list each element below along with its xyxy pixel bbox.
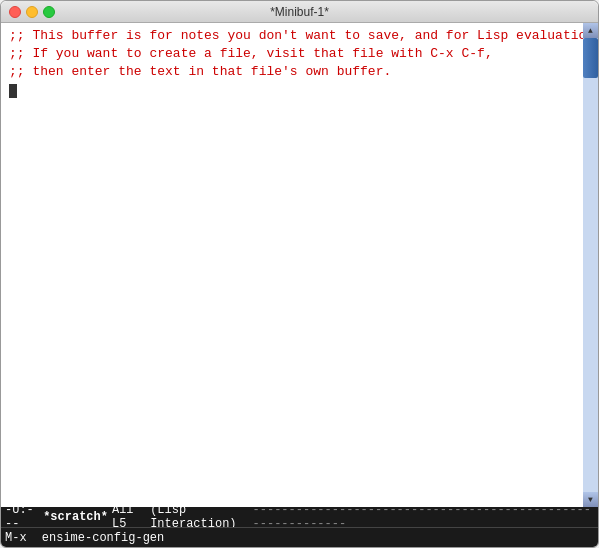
list-item: ;; then enter the text in that file's ow… bbox=[9, 63, 575, 81]
minibuffer[interactable]: M-x ensime-config-gen bbox=[1, 527, 598, 547]
title-bar: *Minibuf-1* bbox=[1, 1, 598, 23]
scroll-up-button[interactable]: ▲ bbox=[583, 23, 598, 38]
cursor-line bbox=[9, 82, 575, 98]
editor-content[interactable]: ;; This buffer is for notes you don't wa… bbox=[1, 23, 583, 507]
list-item: ;; If you want to create a file, visit t… bbox=[9, 45, 575, 63]
maximize-button[interactable] bbox=[43, 6, 55, 18]
minibuffer-space bbox=[31, 531, 38, 545]
list-item: ;; This buffer is for notes you don't wa… bbox=[9, 27, 575, 45]
main-area: ;; This buffer is for notes you don't wa… bbox=[1, 23, 598, 507]
scrollbar-track[interactable] bbox=[583, 38, 598, 492]
minibuffer-content: ensime-config-gen bbox=[42, 531, 164, 545]
cursor bbox=[9, 84, 17, 98]
minimize-button[interactable] bbox=[26, 6, 38, 18]
status-buffer-name: *scratch* bbox=[43, 510, 108, 524]
minibuffer-prompt: M-x bbox=[5, 531, 27, 545]
main-window: *Minibuf-1* ;; This buffer is for notes … bbox=[0, 0, 599, 548]
window-title: *Minibuf-1* bbox=[270, 5, 329, 19]
scrollbar-thumb[interactable] bbox=[583, 38, 598, 78]
scrollbar: ▲ ▼ bbox=[583, 23, 598, 507]
editor-area[interactable]: ;; This buffer is for notes you don't wa… bbox=[1, 23, 583, 507]
close-button[interactable] bbox=[9, 6, 21, 18]
window-controls bbox=[9, 6, 55, 18]
status-bar: -U:--- *scratch* All L5 (Lisp Interactio… bbox=[1, 507, 598, 527]
